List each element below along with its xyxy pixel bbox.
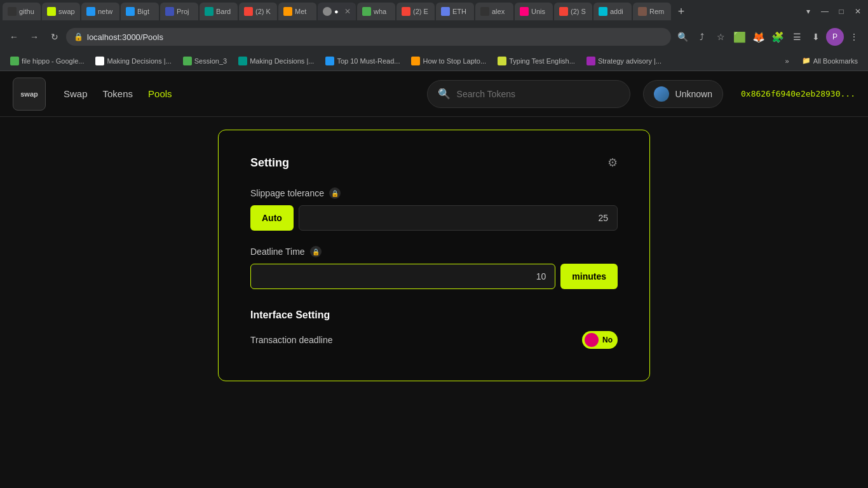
download-icon[interactable]: ⬇ [807, 28, 825, 46]
address-input[interactable]: 🔒 localhost:3000/Pools [66, 28, 671, 46]
search-input[interactable] [457, 89, 620, 99]
nav-pools[interactable]: Pools [148, 88, 172, 99]
main-content: Setting ⚙ Slippage tolerance 🔒 Auto Deat… [0, 117, 868, 488]
tab-favicon [126, 7, 135, 16]
tab-label: (2) K [255, 8, 271, 15]
tab-alex[interactable]: alex [475, 3, 513, 20]
tab-label: (2) S [571, 8, 586, 15]
tab-label: Proj [177, 8, 189, 15]
bookmark-making2[interactable]: Making Decisions |... [233, 53, 319, 69]
bookmark-session3[interactable]: Session_3 [178, 53, 232, 69]
toggle-state-label: No [602, 336, 613, 344]
tab-favicon [8, 7, 17, 16]
bookmark-label: Typing Test English... [509, 57, 575, 65]
bookmarks-bar: file hippo - Google... Making Decisions … [0, 51, 868, 71]
bookmark-star-icon[interactable]: ☆ [712, 28, 729, 46]
tab-label: Bigt [137, 8, 149, 15]
tab-swap[interactable]: swap [42, 3, 80, 20]
tab-2k[interactable]: (2) K [239, 3, 277, 20]
tab-favicon [323, 7, 332, 16]
auto-button[interactable]: Auto [250, 205, 294, 231]
interface-setting-title: Interface Setting [250, 309, 618, 321]
tab-label: Rem [649, 8, 664, 15]
extension4-icon[interactable]: ☰ [788, 28, 806, 46]
tab-close-icon[interactable]: ✕ [344, 7, 351, 16]
share-icon[interactable]: ⤴ [693, 28, 710, 46]
tab-favicon [86, 7, 95, 16]
tab-label: swap [58, 8, 75, 15]
bookmark-favicon [411, 57, 420, 65]
extension3-icon[interactable]: 🧩 [769, 28, 787, 46]
tab-rem[interactable]: Rem [633, 3, 671, 20]
tab-label: netw [98, 8, 112, 15]
slippage-input[interactable] [299, 205, 618, 231]
back-button[interactable]: ← [5, 28, 23, 46]
deadline-label-row: Deatline Time 🔒 [250, 246, 618, 257]
bookmark-strategy[interactable]: Strategy advisory |... [581, 53, 667, 69]
tab-eth[interactable]: ETH [436, 3, 474, 20]
tab-2e[interactable]: (2) E [397, 3, 435, 20]
tab-favicon [520, 7, 529, 16]
tab-label: alex [492, 8, 505, 15]
transaction-deadline-row: Transaction deadline No [250, 331, 618, 349]
tab-bard[interactable]: Bard [200, 3, 238, 20]
search-icon[interactable]: 🔍 [674, 28, 691, 46]
minimize-icon[interactable]: — [817, 4, 832, 19]
tab-label: Met [295, 8, 306, 15]
tab-favicon [165, 7, 174, 16]
tab-favicon [441, 7, 450, 16]
menu-icon[interactable]: ⋮ [845, 28, 863, 46]
tab-proj[interactable]: Proj [160, 3, 198, 20]
bookmark-label: Top 10 Must-Read... [337, 57, 400, 65]
tab-netw[interactable]: netw [81, 3, 119, 20]
tab-met[interactable]: Met [278, 3, 316, 20]
nav-tokens[interactable]: Tokens [103, 88, 133, 99]
all-bookmarks-folder[interactable]: 📁 All Bookmarks [797, 55, 863, 66]
tab-favicon [480, 7, 489, 16]
tab-bigt[interactable]: Bigt [121, 3, 159, 20]
deadline-label: Deatline Time [250, 247, 305, 257]
bookmark-favicon [587, 57, 595, 65]
bookmarks-more-button[interactable]: » [782, 56, 793, 66]
bookmark-making1[interactable]: Making Decisions |... [90, 53, 176, 69]
app-nav: Swap Tokens Pools [64, 88, 172, 99]
bookmark-favicon [183, 57, 192, 65]
forward-button[interactable]: → [25, 28, 43, 46]
tab-current[interactable]: ● ✕ [318, 3, 356, 20]
profile-icon[interactable]: P [826, 28, 844, 46]
minutes-button[interactable]: minutes [560, 264, 618, 289]
extension2-icon[interactable]: 🦊 [750, 28, 768, 46]
tab-label: Unis [531, 8, 545, 15]
bookmark-favicon [238, 57, 247, 65]
refresh-button[interactable]: ↻ [46, 28, 64, 46]
tab-unis[interactable]: Unis [515, 3, 553, 20]
app-logo: swap [13, 78, 46, 111]
tab-list-icon[interactable]: ▾ [801, 4, 816, 19]
nav-swap[interactable]: Swap [64, 88, 88, 99]
bookmark-label: Session_3 [194, 57, 227, 65]
bookmark-laptop[interactable]: How to Stop Lapto... [406, 53, 491, 69]
bookmark-top10[interactable]: Top 10 Must-Read... [320, 53, 405, 69]
bookmark-typing[interactable]: Typing Test English... [492, 53, 580, 69]
tab-favicon [47, 7, 56, 16]
tab-github[interactable]: githu [3, 3, 41, 20]
settings-gear-icon[interactable]: ⚙ [607, 156, 618, 170]
maximize-icon[interactable]: □ [834, 4, 849, 19]
deadline-row: minutes [250, 264, 618, 289]
bookmark-label: Strategy advisory |... [598, 57, 661, 65]
deadline-input[interactable] [250, 264, 555, 289]
slippage-lock-icon: 🔒 [329, 187, 341, 199]
extension1-icon[interactable]: 🟩 [731, 28, 749, 46]
toggle-knob [585, 333, 599, 347]
wallet-button[interactable]: Unknown [643, 80, 723, 108]
tab-what[interactable]: wha [357, 3, 395, 20]
search-icon: 🔍 [438, 88, 451, 100]
tab-2s[interactable]: (2) S [554, 3, 592, 20]
close-window-icon[interactable]: ✕ [850, 4, 865, 19]
tab-addi[interactable]: addi [593, 3, 632, 20]
bookmark-file-hippo[interactable]: file hippo - Google... [5, 53, 89, 69]
bookmark-favicon [10, 57, 19, 65]
tab-label: (2) E [413, 8, 428, 15]
transaction-deadline-toggle[interactable]: No [582, 331, 618, 349]
new-tab-button[interactable]: + [672, 3, 690, 20]
